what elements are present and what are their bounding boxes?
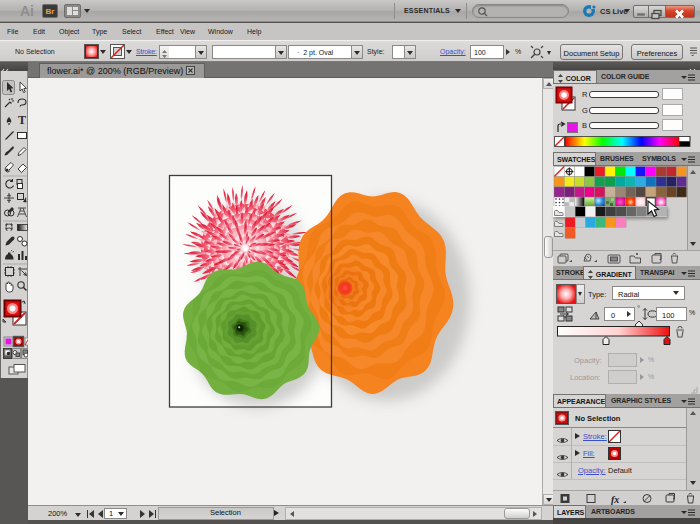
svg-text:T: T	[18, 113, 26, 127]
svg-text:fx: fx	[611, 494, 619, 505]
